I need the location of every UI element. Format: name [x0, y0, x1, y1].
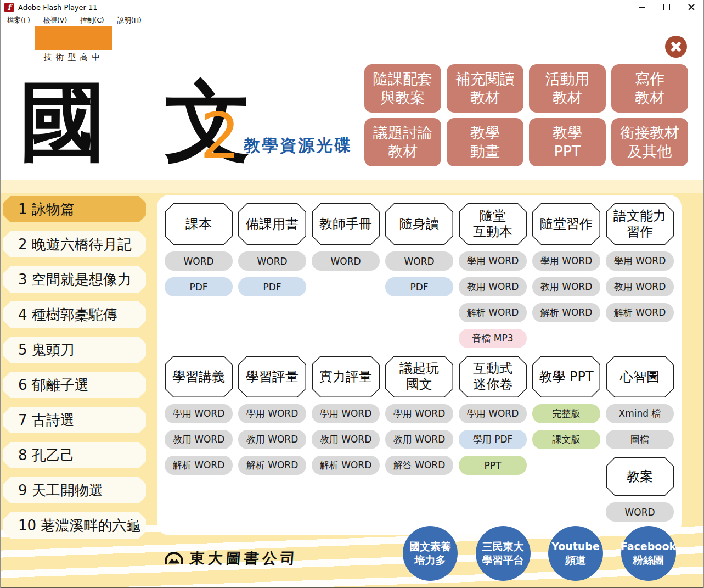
category-button-4[interactable]: 寫作 教材	[611, 64, 688, 113]
resource-category-header[interactable]: 心智圖	[606, 356, 674, 397]
category-button-2[interactable]: 補充閱讀 教材	[447, 64, 523, 113]
resource-column[interactable]: 學習評量學用 WORD教用 WORD解析 WORD	[238, 356, 306, 522]
resource-file-button[interactable]: PDF	[238, 277, 306, 296]
resource-file-button[interactable]: 圖檔	[606, 430, 674, 449]
lesson-item-3[interactable]: 3 空間就是想像力	[3, 266, 146, 293]
lesson-item-5[interactable]: 5 鬼頭刀	[3, 337, 146, 363]
school-type-label: 技術型高中	[24, 52, 123, 63]
resource-file-button[interactable]: 學用 WORD	[238, 404, 306, 423]
resource-file-button[interactable]: WORD	[238, 251, 306, 271]
link-circle-4[interactable]: Facebook 粉絲團	[621, 526, 676, 581]
resource-category-header[interactable]: 隨堂習作	[532, 203, 600, 245]
lesson-item-9[interactable]: 9 天工開物選	[3, 477, 146, 503]
resource-category-header[interactable]: 互動式 迷你卷	[459, 356, 527, 397]
resource-category-header[interactable]: 教師手冊	[312, 203, 380, 245]
resource-file-button[interactable]: 學用 WORD	[459, 404, 527, 423]
resource-file-button[interactable]: 教用 WORD	[459, 277, 527, 296]
resource-category-header[interactable]: 實力評量	[312, 356, 380, 397]
window-maximize-button[interactable]	[654, 0, 679, 14]
resource-category-label: 實力評量	[313, 357, 379, 397]
resource-file-button[interactable]: 教用 WORD	[606, 277, 674, 296]
resource-category-header[interactable]: 教學 PPT	[532, 356, 600, 397]
resource-column[interactable]: 互動式 迷你卷學用 WORD學用 PDFPPT	[459, 356, 527, 522]
resource-column[interactable]: 備課用書WORDPDF	[238, 203, 306, 348]
lesson-item-6[interactable]: 6 郁離子選	[3, 372, 146, 398]
resource-category-header[interactable]: 教案	[606, 457, 674, 496]
resource-file-button[interactable]: 完整版	[532, 404, 600, 423]
link-circle-1[interactable]: 國文素養 培力多	[403, 526, 458, 581]
resource-file-button[interactable]: 解答 WORD	[385, 456, 453, 475]
category-button-5[interactable]: 議題討論 教材	[364, 118, 441, 166]
resource-file-button[interactable]: WORD	[606, 502, 674, 522]
resource-file-button[interactable]: 解析 WORD	[606, 303, 674, 322]
resource-file-button[interactable]: 學用 PDF	[459, 430, 527, 449]
resource-file-button[interactable]: 學用 WORD	[312, 404, 380, 423]
resource-file-button[interactable]: WORD	[165, 251, 233, 271]
resource-file-button[interactable]: 學用 WORD	[606, 251, 674, 271]
resource-category-header[interactable]: 隨身讀	[385, 203, 453, 245]
category-button-8[interactable]: 銜接教材 及其他	[611, 118, 688, 166]
resource-file-button[interactable]: PDF	[385, 277, 453, 296]
resource-file-button[interactable]: 課文版	[532, 430, 600, 449]
resource-file-button[interactable]: Xmind 檔	[606, 404, 674, 423]
resource-file-button[interactable]: 教用 WORD	[385, 430, 453, 449]
resource-column[interactable]: 心智圖Xmind 檔圖檔教案WORD	[606, 356, 674, 522]
resource-column[interactable]: 課本WORDPDF	[165, 203, 233, 348]
resource-file-button[interactable]: 學用 WORD	[532, 251, 600, 271]
lesson-item-10[interactable]: 10 荖濃溪畔的六龜	[3, 512, 146, 539]
resource-category-header[interactable]: 語文能力 習作	[606, 203, 674, 245]
resource-category-header[interactable]: 議起玩 國文	[385, 356, 453, 397]
resource-column[interactable]: 教學 PPT完整版課文版	[532, 356, 600, 522]
resource-column[interactable]: 語文能力 習作學用 WORD教用 WORD解析 WORD	[606, 203, 674, 348]
resource-file-button[interactable]: 教用 WORD	[165, 430, 233, 449]
resource-category-header[interactable]: 備課用書	[238, 203, 306, 245]
resource-category-header[interactable]: 隨堂 互動本	[459, 203, 527, 245]
resource-column[interactable]: 實力評量學用 WORD教用 WORD解析 WORD	[312, 356, 380, 522]
resource-file-button[interactable]: PPT	[459, 456, 527, 475]
link-circle-3[interactable]: Youtube 頻道	[548, 526, 603, 581]
resource-category-header[interactable]: 學習講義	[165, 356, 233, 397]
resource-file-button[interactable]: 學用 WORD	[165, 404, 233, 423]
category-button-6[interactable]: 教學 動畫	[447, 118, 523, 166]
menu-item-2[interactable]: 檢視(V)	[37, 16, 74, 25]
lesson-item-8[interactable]: 8 孔乙己	[3, 442, 146, 468]
resource-file-button[interactable]: 教用 WORD	[532, 277, 600, 296]
category-button-1[interactable]: 隨課配套 與教案	[364, 64, 441, 113]
resource-column[interactable]: 學習講義學用 WORD教用 WORD解析 WORD	[165, 356, 233, 522]
menu-bar: 檔案(F)檢視(V)控制(C)說明(H)	[1, 14, 703, 27]
resource-file-button[interactable]: PDF	[165, 277, 233, 296]
lesson-item-2[interactable]: 2 晚遊六橋待月記	[3, 231, 146, 257]
app-close-button[interactable]	[665, 36, 687, 58]
category-button-3[interactable]: 活動用 教材	[529, 64, 606, 113]
resource-file-button[interactable]: 解析 WORD	[459, 303, 527, 322]
resource-column[interactable]: 隨身讀WORDPDF	[385, 203, 453, 348]
close-icon	[688, 4, 695, 10]
resource-file-button[interactable]: 解析 WORD	[532, 303, 600, 322]
resource-file-button[interactable]: 解析 WORD	[165, 456, 233, 475]
resource-column[interactable]: 教師手冊WORD	[312, 203, 380, 348]
menu-item-1[interactable]: 檔案(F)	[1, 16, 37, 25]
resource-column[interactable]: 隨堂 互動本學用 WORD教用 WORD解析 WORD音檔 MP3	[459, 203, 527, 348]
lesson-item-4[interactable]: 4 種樹郭橐駝傳	[3, 301, 146, 328]
resource-file-button[interactable]: 音檔 MP3	[459, 329, 527, 348]
lesson-item-7[interactable]: 7 古詩選	[3, 407, 146, 433]
resource-file-button[interactable]: WORD	[385, 251, 453, 271]
menu-item-4[interactable]: 說明(H)	[111, 16, 148, 25]
resource-column[interactable]: 隨堂習作學用 WORD教用 WORD解析 WORD	[532, 203, 600, 348]
window-minimize-button[interactable]	[629, 0, 654, 14]
link-circle-2[interactable]: 三民東大 學習平台	[476, 526, 531, 581]
resource-file-button[interactable]: 教用 WORD	[238, 430, 306, 449]
resource-category-header[interactable]: 學習評量	[238, 356, 306, 397]
resource-column[interactable]: 議起玩 國文學用 WORD教用 WORD解答 WORD	[385, 356, 453, 522]
menu-item-3[interactable]: 控制(C)	[74, 16, 110, 25]
lesson-item-1[interactable]: 1 詠物篇	[3, 196, 146, 222]
resource-file-button[interactable]: 解析 WORD	[238, 456, 306, 475]
category-button-7[interactable]: 教學 PPT	[529, 118, 606, 166]
resource-file-button[interactable]: 教用 WORD	[312, 430, 380, 449]
resource-file-button[interactable]: WORD	[312, 251, 380, 271]
resource-category-header[interactable]: 課本	[165, 203, 233, 245]
resource-file-button[interactable]: 學用 WORD	[459, 251, 527, 271]
window-close-button[interactable]	[679, 0, 703, 14]
resource-file-button[interactable]: 學用 WORD	[385, 404, 453, 423]
resource-file-button[interactable]: 解析 WORD	[312, 456, 380, 475]
